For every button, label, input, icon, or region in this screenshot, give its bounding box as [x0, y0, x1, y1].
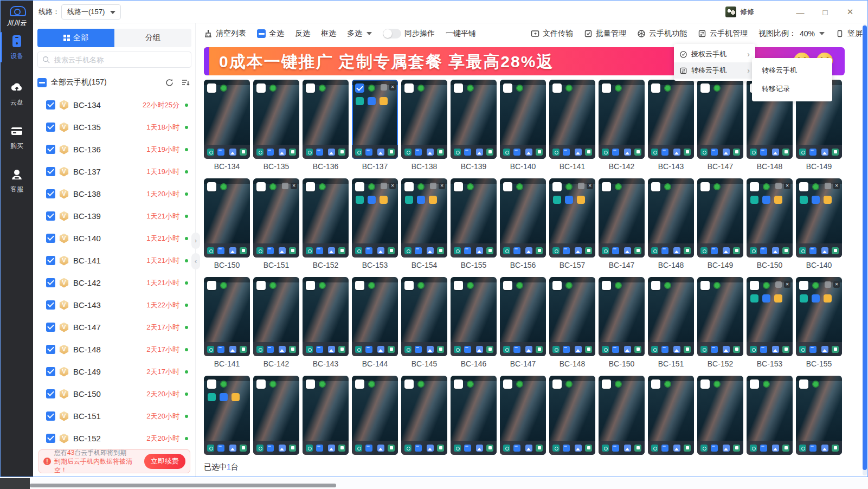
collapse-panel-handle[interactable]: ‹	[191, 253, 200, 269]
device-list-item[interactable]: VBC-1472天17小时	[33, 316, 195, 338]
phone-select-checkbox[interactable]	[503, 83, 512, 93]
view-ratio-control[interactable]: 视图比例： 40%	[758, 29, 825, 38]
close-icon[interactable]: ✕	[389, 84, 396, 91]
phone-select-checkbox[interactable]	[256, 379, 266, 389]
device-list-item[interactable]: VBC-1492天17小时	[33, 361, 195, 383]
phone-select-checkbox[interactable]	[552, 379, 562, 389]
device-checkbox[interactable]	[46, 211, 55, 221]
phone-thumbnail-BC-147[interactable]	[697, 80, 743, 159]
phone-thumbnail-BC-144[interactable]	[352, 277, 398, 356]
phone-select-checkbox[interactable]	[207, 182, 216, 191]
sidebar-item-客服[interactable]: 客服	[1, 168, 33, 194]
phone-select-checkbox[interactable]	[454, 281, 463, 290]
tile-button[interactable]: 一键平铺	[446, 29, 476, 38]
phone-thumbnail-BC-150[interactable]	[204, 178, 250, 258]
device-list-item[interactable]: VBC-1482天17小时	[33, 338, 195, 361]
background-horizontal-scrollbar[interactable]	[30, 484, 336, 487]
device-list-item[interactable]: VBC-1371天19小时	[33, 160, 195, 183]
close-icon[interactable]: ✕	[439, 183, 445, 189]
device-list-item[interactable]: VBC-1351天18小时	[33, 116, 195, 138]
phone-select-checkbox[interactable]	[306, 379, 315, 389]
phone-select-checkbox[interactable]	[207, 83, 216, 93]
close-icon[interactable]: ✕	[587, 183, 593, 189]
phone-thumbnail-BC-148[interactable]	[648, 178, 694, 258]
device-list-item[interactable]: VBC-1522天20小时	[33, 427, 195, 449]
device-checkbox[interactable]	[46, 189, 55, 198]
phone-thumbnail-BC-156[interactable]	[500, 178, 546, 258]
phone-manage-button[interactable]: 云手机管理	[698, 29, 748, 38]
phone-thumbnail-BC-143[interactable]	[303, 277, 349, 356]
sidebar-item-云盘[interactable]: 云盘	[1, 81, 33, 107]
phone-thumbnail-BC-136[interactable]	[303, 80, 349, 159]
phone-select-checkbox[interactable]	[454, 379, 463, 389]
phone-select-checkbox[interactable]	[799, 182, 808, 191]
phone-select-checkbox[interactable]	[503, 379, 512, 389]
phone-thumbnail[interactable]	[549, 376, 595, 455]
invert-select-button[interactable]: 反选	[295, 29, 310, 38]
phone-select-checkbox[interactable]	[454, 182, 463, 191]
device-checkbox[interactable]	[46, 323, 55, 332]
vertical-scrollbar[interactable]	[863, 24, 867, 475]
multi-select-button[interactable]: 多选	[347, 29, 372, 38]
device-checkbox[interactable]	[46, 167, 55, 176]
device-checkbox[interactable]	[46, 234, 55, 243]
close-icon[interactable]: ✕	[784, 183, 790, 189]
tab-all[interactable]: 全部	[37, 29, 114, 47]
phone-select-checkbox[interactable]	[355, 182, 364, 191]
phone-select-checkbox[interactable]	[799, 379, 808, 389]
batch-manage-button[interactable]: 批量管理	[584, 29, 626, 38]
close-icon[interactable]: ✕	[389, 183, 396, 189]
phone-thumbnail-BC-155[interactable]	[451, 178, 497, 258]
phone-thumbnail-BC-139[interactable]	[451, 80, 497, 159]
portrait-button[interactable]: 竖屏	[835, 29, 863, 38]
device-checkbox[interactable]	[46, 389, 55, 398]
device-checkbox[interactable]	[46, 278, 55, 287]
phone-features-button[interactable]: 云手机功能	[637, 29, 687, 38]
phone-select-checkbox[interactable]	[207, 379, 216, 389]
device-list-item[interactable]: VBC-1512天20小时	[33, 405, 195, 427]
phone-select-checkbox[interactable]	[602, 379, 611, 389]
renew-button[interactable]: 立即续费	[144, 454, 185, 469]
phone-thumbnail-BC-152[interactable]	[697, 277, 743, 356]
select-all-devices-checkbox[interactable]	[37, 78, 47, 87]
phone-select-checkbox[interactable]	[207, 281, 216, 290]
refresh-icon[interactable]	[163, 76, 175, 88]
phone-select-checkbox[interactable]	[651, 83, 660, 93]
phone-thumbnail-BC-153[interactable]: ✕	[352, 178, 398, 258]
phone-select-checkbox[interactable]	[700, 379, 710, 389]
phone-thumbnail-BC-135[interactable]	[253, 80, 299, 159]
device-checkbox[interactable]	[46, 100, 55, 110]
phone-select-checkbox[interactable]	[355, 281, 364, 290]
phone-thumbnail-BC-140[interactable]	[500, 80, 546, 159]
phone-thumbnail-BC-137[interactable]: ✕	[352, 80, 398, 159]
close-icon[interactable]: ✕	[833, 281, 840, 288]
phone-thumbnail-BC-154[interactable]: ✕	[401, 178, 447, 258]
close-icon[interactable]: ✕	[291, 183, 297, 189]
phone-select-checkbox[interactable]	[503, 281, 512, 290]
menu-item-transfer[interactable]: 转移云手机 ›	[674, 62, 755, 79]
phone-select-checkbox[interactable]	[651, 281, 660, 290]
phone-thumbnail[interactable]	[204, 376, 250, 455]
device-list-item[interactable]: VBC-1411天21小时	[33, 249, 195, 272]
sort-icon[interactable]	[179, 76, 191, 88]
select-all-button[interactable]: 全选	[257, 29, 284, 38]
sidebar-item-设备[interactable]: 设备	[1, 34, 33, 61]
device-checkbox[interactable]	[46, 300, 55, 310]
device-checkbox[interactable]	[46, 434, 55, 443]
phone-thumbnail[interactable]	[303, 376, 349, 455]
device-list-item[interactable]: VBC-1361天19小时	[33, 138, 195, 160]
expand-panel-handle[interactable]: ›	[191, 233, 200, 249]
phone-select-checkbox[interactable]	[552, 281, 562, 290]
close-icon[interactable]: ✕	[784, 281, 790, 288]
device-list-item[interactable]: VBC-1381天20小时	[33, 183, 195, 205]
phone-select-checkbox[interactable]	[404, 83, 414, 93]
phone-thumbnail-BC-149[interactable]	[697, 178, 743, 258]
phone-thumbnail[interactable]	[253, 376, 299, 455]
device-list-item[interactable]: VBC-13422小时25分	[33, 94, 195, 116]
phone-select-checkbox[interactable]	[750, 281, 759, 290]
submenu-item-transfer-records[interactable]: 转移记录	[752, 80, 832, 98]
device-checkbox[interactable]	[46, 367, 55, 376]
phone-thumbnail-BC-155[interactable]: ✕	[796, 277, 842, 356]
phone-select-checkbox[interactable]	[750, 182, 759, 191]
phone-select-checkbox[interactable]	[602, 83, 611, 93]
